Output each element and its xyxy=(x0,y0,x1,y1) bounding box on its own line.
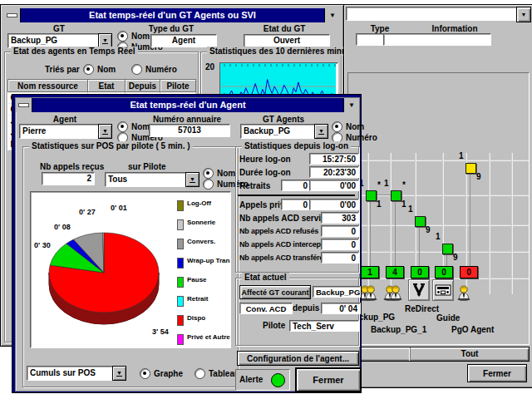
agent-fermer-button[interactable]: Fermer xyxy=(295,367,362,392)
routing-node[interactable] xyxy=(415,216,426,227)
sur-pilote-combobox[interactable]: Tous xyxy=(105,172,200,187)
redirect-icon[interactable] xyxy=(408,279,430,301)
legend-swatch xyxy=(177,200,184,211)
alerte-box: Alerte xyxy=(235,369,290,391)
legend-item: Sonnerie xyxy=(177,219,229,230)
legend-label: Sonnerie xyxy=(187,219,215,227)
system-menu-button[interactable] xyxy=(4,8,21,22)
legend-item: Pause xyxy=(177,277,229,288)
legend-label: Dispo xyxy=(187,315,205,323)
queue-counter: 0 xyxy=(411,266,429,278)
pilote-label: Pilote xyxy=(263,321,285,330)
connector-line xyxy=(395,199,396,266)
radio-dot xyxy=(203,168,214,179)
affecte-gt-button[interactable]: Affecté GT courant xyxy=(239,285,311,299)
grid-line xyxy=(489,153,490,294)
etat-gt-field: Ouvert xyxy=(244,34,330,47)
gt-agents-combobox-value: Backup_PG xyxy=(244,126,314,136)
gt-label: GT xyxy=(7,24,111,33)
information-field[interactable] xyxy=(383,33,491,46)
guide-glyph xyxy=(435,283,451,297)
agent-combobox[interactable]: Pierre xyxy=(19,124,112,139)
node-count-top: 1 xyxy=(384,179,389,188)
acd-interceptes-label: Nb appels ACD interceptés xyxy=(239,240,331,249)
dropdown-arrow-icon[interactable] xyxy=(112,366,126,381)
dropdown-arrow-icon[interactable] xyxy=(314,124,328,139)
queue-counter: 0 xyxy=(435,266,453,278)
pos-stats-group: Statistiques sur POS par pilote ( 5 min.… xyxy=(22,146,239,387)
acd-servis-field: 303 xyxy=(321,212,359,224)
connector-line xyxy=(370,199,371,266)
minimize-button[interactable] xyxy=(343,98,359,112)
col-pilote[interactable]: Pilote xyxy=(160,80,196,92)
tout-tab-bar: Tout xyxy=(347,347,530,362)
table-header-row: Nom ressource Etat Depuis Pilote xyxy=(8,80,196,92)
col-depuis[interactable]: Depuis xyxy=(126,80,160,92)
redirect-glyph xyxy=(411,283,426,298)
system-menu-button[interactable] xyxy=(16,98,32,112)
radio-label: Numéro xyxy=(145,65,177,74)
acd-transferes-label: Nb appels ACD transférés xyxy=(239,254,328,262)
agent-realtime-window: Etat temps-réel d'un Agent Agent Pierre … xyxy=(12,94,362,393)
node-count-bottom: 1 xyxy=(377,200,382,209)
connector-line xyxy=(470,172,470,266)
radio-label: Nom xyxy=(217,169,235,178)
duree-logon-field: 20:23'30 xyxy=(309,166,359,178)
gt-agents-radio-nom[interactable]: Nom xyxy=(332,121,364,131)
monitor-fermer-button[interactable]: Fermer xyxy=(467,364,527,382)
legend-label: Wrap-up Transaction xyxy=(187,258,231,265)
agent-person-icon xyxy=(457,285,470,301)
pie-slice-label: 0' 27 xyxy=(79,208,96,216)
sort-radio-numero[interactable]: Numéro xyxy=(131,64,177,74)
sort-radio-nom[interactable]: Nom xyxy=(83,64,116,74)
heure-logon-label: Heure log-on xyxy=(239,155,291,164)
pilote-radio-nom[interactable]: Nom xyxy=(203,168,235,178)
routing-node[interactable] xyxy=(366,190,377,201)
annuaire-field[interactable]: 57013 xyxy=(149,124,230,137)
gt-combobox-value: Backup_PG xyxy=(11,35,98,46)
routing-node[interactable] xyxy=(391,190,401,201)
routing-panel: 1*11*119191914000Backup_PGReDirectGuideB… xyxy=(347,72,530,345)
col-etat[interactable]: Etat xyxy=(88,80,126,92)
agent-label: Agent xyxy=(19,115,111,124)
legend-swatch xyxy=(177,315,184,326)
routing-label: Guide xyxy=(436,313,460,323)
guide-icon[interactable] xyxy=(432,279,454,301)
legend-label: Pause xyxy=(187,277,207,284)
node-count-top: 1 xyxy=(436,232,441,241)
queue-counter: 0 xyxy=(460,266,478,278)
agents-icon[interactable] xyxy=(383,279,405,301)
routing-node[interactable] xyxy=(442,244,453,254)
pie-slice-label: 3' 54 xyxy=(152,328,169,336)
routing-node[interactable] xyxy=(466,163,476,174)
agent-window-titlebar[interactable]: Etat temps-réel d'un Agent xyxy=(16,98,359,112)
tries-par-label: Triés par xyxy=(45,65,80,74)
cumuls-combobox[interactable]: Cumuls sur POS xyxy=(27,366,126,381)
col-nom-ressource[interactable]: Nom ressource xyxy=(8,80,88,92)
minimize-button[interactable] xyxy=(324,8,340,22)
grid-line xyxy=(348,224,529,225)
routing-label: PgO Agent xyxy=(451,325,494,334)
agent-icon[interactable] xyxy=(457,279,479,301)
retraits-duration-field: 0'00 xyxy=(309,180,359,191)
node-count-top: 1 xyxy=(408,204,413,214)
agent-person-icon xyxy=(364,285,377,301)
cumuls-value: Cumuls sur POS xyxy=(30,367,112,378)
radio-dot xyxy=(131,64,142,75)
dropdown-arrow-icon[interactable] xyxy=(185,172,200,187)
radio-graphe[interactable]: Graphe xyxy=(140,368,183,378)
config-agent-button[interactable]: Configuration de l'agent... xyxy=(237,351,359,366)
dropdown-arrow-icon[interactable] xyxy=(98,124,112,139)
depuis-label: depuis xyxy=(293,303,319,313)
pie-chart: 3' 540' 300' 080' 270' 01 xyxy=(31,193,175,347)
acd-refuses-label: Nb appels ACD refusés xyxy=(239,227,318,235)
tab-tout[interactable]: Tout xyxy=(411,347,529,361)
monitor-combobox[interactable] xyxy=(346,7,523,21)
gt-window-titlebar[interactable]: Etat temps-réel d'un GT Agents ou SVI xyxy=(4,8,340,22)
radio-tableau[interactable]: Tableau xyxy=(195,368,239,378)
legend-swatch xyxy=(177,219,184,230)
gt-agents-combobox[interactable]: Backup_PG xyxy=(240,124,328,139)
monitor-dropdown-arrow-button[interactable]: ▼ xyxy=(516,7,531,22)
gt-window-title: Etat temps-réel d'un GT Agents ou SVI xyxy=(21,8,324,22)
pie-slice-label: 0' 08 xyxy=(54,223,71,231)
